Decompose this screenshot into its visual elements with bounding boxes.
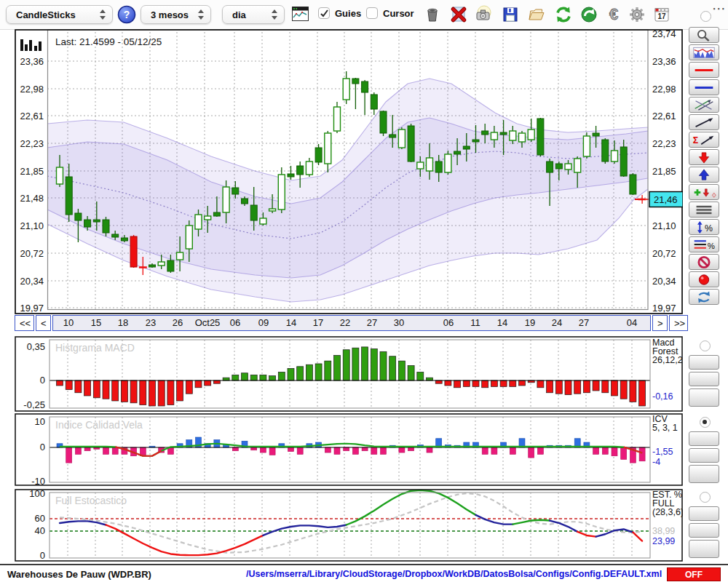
stochastic-panel-radio[interactable] (700, 492, 711, 503)
svg-text:22,61: 22,61 (652, 111, 676, 121)
svg-text:-0,25: -0,25 (23, 399, 45, 410)
period-select[interactable]: 3 mesos (141, 5, 211, 24)
svg-text:22,61: 22,61 (20, 111, 44, 121)
save-icon[interactable] (501, 5, 520, 24)
svg-text:100: 100 (29, 489, 45, 499)
svg-text:0: 0 (40, 550, 45, 561)
svg-text:21,85: 21,85 (20, 166, 44, 177)
icv-updown-arrows-icon[interactable]: undefined (689, 431, 719, 446)
stochastic-curve-icon[interactable]: undefined (689, 540, 719, 558)
svg-text:(28,3,6): (28,3,6) (652, 507, 683, 517)
delete-x-icon[interactable] (449, 5, 468, 24)
date-tick-label: 10 (63, 317, 74, 328)
interval-select[interactable]: dia (222, 5, 285, 24)
nav-prev-button[interactable]: < (36, 315, 51, 331)
lines-icon[interactable] (689, 202, 719, 218)
cursor-checkbox-row: Cursor (366, 7, 414, 19)
camera-icon[interactable] (474, 5, 493, 24)
calendar-icon[interactable]: 17 (652, 5, 671, 24)
help-button[interactable]: ? (117, 5, 136, 24)
svg-text:23,36: 23,36 (20, 56, 44, 67)
guies-checkbox[interactable] (318, 7, 330, 19)
nav-first-button[interactable]: << (15, 315, 34, 331)
measure-vertical-icon[interactable]: % (689, 219, 719, 235)
trash-icon[interactable] (423, 5, 442, 24)
svg-text:%: % (708, 242, 715, 250)
sum-trendline-icon[interactable]: Σ (689, 132, 719, 148)
svg-text:40: 40 (35, 525, 45, 536)
overflow-menu-icon[interactable]: ⋯ (712, 0, 727, 17)
svg-text:10: 10 (35, 416, 45, 427)
macd-histogram-panel[interactable]: 0,350-0,25Histgrama MACDMacdForest26,12,… (15, 336, 683, 412)
svg-text:Histgrama MACD: Histgrama MACD (55, 342, 135, 354)
guies-checkbox-row: Guies (318, 7, 361, 19)
date-tick-label: 22 (340, 317, 350, 328)
off-button[interactable]: OFF (667, 567, 721, 581)
nav-last-button[interactable]: >> (669, 315, 688, 331)
svg-text:Σ: Σ (693, 135, 699, 146)
icv-curve-icon[interactable]: undefined (689, 465, 719, 483)
guies-label: Guies (335, 8, 361, 19)
svg-text:Indice Calidad Vela: Indice Calidad Vela (55, 419, 143, 431)
macd-curve-icon[interactable]: undefined (689, 388, 719, 407)
svg-text:20,34: 20,34 (20, 276, 44, 287)
date-tick-label: Oct25 (195, 317, 221, 328)
date-tick-label: 24 (552, 317, 562, 328)
channel-icon[interactable] (689, 97, 719, 113)
svg-text:-0,16: -0,16 (652, 391, 673, 402)
icv-panel-radio[interactable] (700, 417, 711, 428)
settings-gear-icon[interactable] (628, 5, 646, 24)
main-price-chart[interactable]: Last: 21.4599 - 05/12/2523,3622,9822,612… (15, 29, 683, 314)
stochastic-percent-lines-icon[interactable]: undefined (689, 523, 719, 538)
svg-text:0: 0 (40, 442, 45, 453)
nav-next-button[interactable]: > (652, 315, 668, 331)
blue-line-icon[interactable] (689, 79, 719, 95)
macd-panel-radio[interactable] (700, 340, 711, 351)
arrow-down-red-icon[interactable] (689, 149, 719, 165)
date-tick-label: 11 (470, 317, 480, 328)
cursor-checkbox[interactable] (366, 7, 378, 19)
date-tick-label: 18 (118, 317, 128, 328)
add-signal-icon[interactable] (689, 184, 719, 200)
date-tick-label: 30 (394, 317, 404, 328)
date-tick-label: 27 (579, 317, 589, 328)
stochastic-updown-arrows-icon[interactable]: undefined (689, 506, 719, 521)
cursor-label: Cursor (383, 8, 414, 19)
date-tick-label: 14 (286, 317, 296, 328)
toolbar-radio[interactable] (700, 11, 711, 22)
trendline-icon[interactable] (689, 114, 719, 130)
chart-type-select[interactable]: CandleSticks (6, 5, 113, 24)
instrument-name: Warehouses De Pauw (WDP.BR) (7, 569, 151, 580)
status-bar: Warehouses De Pauw (WDP.BR) /Users/mserr… (0, 564, 728, 582)
svg-text:-10: -10 (31, 476, 45, 486)
help-icon: ? (117, 5, 136, 24)
date-axis-strip[interactable]: 1015182326Oct250609141722273006111419242… (52, 315, 651, 331)
percent-lines-icon[interactable]: % (689, 236, 719, 252)
icv-panel[interactable]: 100-10Indice Calidad VelaICV5, 3, 1-1,55… (15, 413, 683, 486)
zoom-icon[interactable] (689, 27, 719, 43)
refresh-small-icon[interactable] (689, 289, 719, 305)
date-tick-label: 23 (146, 317, 156, 328)
svg-text:21,85: 21,85 (652, 166, 676, 177)
macd-updown-arrows-icon[interactable]: undefined (689, 355, 719, 370)
chevron-updown-icon (271, 9, 278, 20)
sync-icon[interactable] (579, 5, 598, 24)
chart-preview-icon[interactable] (689, 44, 719, 60)
open-folder-icon[interactable] (527, 5, 546, 24)
refresh-icon[interactable] (554, 5, 573, 24)
icv-percent-lines-icon[interactable]: undefined (689, 448, 719, 463)
record-icon[interactable] (689, 271, 719, 287)
svg-text:21,10: 21,10 (20, 220, 44, 231)
stochastic-panel[interactable]: 10060400Full EstocasticoEST. %FULL(28,3,… (15, 489, 683, 562)
macd-percent-lines-icon[interactable]: undefined (689, 372, 719, 386)
euro-icon[interactable]: € (604, 5, 623, 24)
svg-text:-4: -4 (652, 457, 660, 467)
svg-text:0: 0 (40, 375, 45, 386)
forbidden-icon[interactable] (689, 254, 719, 270)
red-line-icon[interactable] (689, 62, 719, 78)
chart-window-icon[interactable] (292, 7, 311, 25)
arrow-up-blue-icon[interactable] (689, 167, 719, 183)
date-tick-label: 17 (313, 317, 323, 328)
date-tick-label: 06 (443, 317, 454, 328)
date-tick-label: 04 (627, 317, 637, 328)
